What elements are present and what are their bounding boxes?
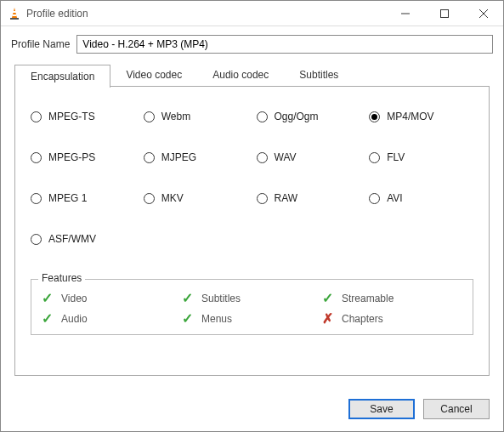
svg-rect-2 xyxy=(13,14,17,16)
features-legend: Features xyxy=(38,272,85,284)
feature-label: Audio xyxy=(61,313,88,325)
feature-label: Streamable xyxy=(342,293,394,304)
radio-button-icon xyxy=(257,152,268,163)
cross-icon: ✗ xyxy=(322,312,333,326)
radio-label: RAW xyxy=(275,192,298,204)
radio-mpeg-1[interactable]: MPEG 1 xyxy=(31,192,135,204)
radio-webm[interactable]: Webm xyxy=(144,111,248,122)
radio-flv[interactable]: FLV xyxy=(369,151,473,163)
radio-label: MPEG 1 xyxy=(48,192,87,204)
check-icon: ✓ xyxy=(42,312,53,326)
tab-subtitles[interactable]: Subtitles xyxy=(284,64,354,87)
svg-rect-3 xyxy=(10,18,19,20)
radio-button-icon xyxy=(369,111,380,122)
radio-label: AVI xyxy=(387,192,402,204)
radio-label: MP4/MOV xyxy=(387,111,433,122)
profile-edition-window: Profile edition Profile Name Encapsulati… xyxy=(0,0,504,432)
radio-wav[interactable]: WAV xyxy=(257,151,361,163)
radio-label: MPEG-TS xyxy=(48,111,95,122)
feature-audio: ✓Audio xyxy=(42,312,182,326)
features-grid: ✓Video✓Subtitles✓Streamable✓Audio✓Menus✗… xyxy=(42,292,462,326)
radio-button-icon xyxy=(144,152,155,163)
title-left: Profile edition xyxy=(8,7,88,20)
tab-video-codec[interactable]: Video codec xyxy=(110,64,197,87)
radio-label: MPEG-PS xyxy=(48,151,95,163)
check-icon: ✓ xyxy=(182,292,193,305)
radio-avi[interactable]: AVI xyxy=(369,192,473,204)
save-button-label: Save xyxy=(370,403,393,415)
feature-label: Subtitles xyxy=(201,293,241,304)
feature-streamable: ✓Streamable xyxy=(322,292,462,305)
radio-button-icon xyxy=(369,193,380,204)
profile-name-row: Profile Name xyxy=(1,26,503,64)
feature-label: Chapters xyxy=(342,313,383,325)
window-title: Profile edition xyxy=(26,8,88,20)
tab-strip: EncapsulationVideo codecAudio codecSubti… xyxy=(14,64,490,87)
radio-label: Ogg/Ogm xyxy=(275,111,319,122)
vlc-cone-icon xyxy=(8,7,21,20)
feature-subtitles: ✓Subtitles xyxy=(182,292,322,305)
radio-label: MKV xyxy=(161,192,184,204)
cancel-button[interactable]: Cancel xyxy=(423,399,490,419)
titlebar: Profile edition xyxy=(1,1,503,26)
radio-label: WAV xyxy=(275,151,297,163)
radio-raw[interactable]: RAW xyxy=(257,192,361,204)
radio-button-icon xyxy=(31,152,42,163)
radio-label: Webm xyxy=(161,111,190,122)
radio-label: FLV xyxy=(387,151,405,163)
save-button[interactable]: Save xyxy=(348,399,415,419)
feature-menus: ✓Menus xyxy=(182,312,322,326)
radio-asf-wmv[interactable]: ASF/WMV xyxy=(31,233,135,245)
radio-button-icon xyxy=(31,234,42,245)
profile-name-input[interactable] xyxy=(76,35,493,54)
radio-button-icon xyxy=(257,111,268,122)
window-controls xyxy=(386,1,503,26)
radio-mp4-mov[interactable]: MP4/MOV xyxy=(369,111,473,122)
maximize-button[interactable] xyxy=(425,1,464,26)
encapsulation-radio-grid: MPEG-TSWebmOgg/OgmMP4/MOVMPEG-PSMJPEGWAV… xyxy=(31,111,473,245)
radio-label: ASF/WMV xyxy=(48,233,96,245)
svg-rect-5 xyxy=(441,9,449,17)
cancel-button-label: Cancel xyxy=(440,403,472,415)
tab-area: EncapsulationVideo codecAudio codecSubti… xyxy=(14,64,490,376)
feature-label: Video xyxy=(61,293,87,304)
radio-button-icon xyxy=(257,193,268,204)
close-button[interactable] xyxy=(464,1,503,26)
radio-button-icon xyxy=(369,152,380,163)
features-box: Features ✓Video✓Subtitles✓Streamable✓Aud… xyxy=(31,279,473,335)
radio-mpeg-ps[interactable]: MPEG-PS xyxy=(31,151,135,163)
radio-mjpeg[interactable]: MJPEG xyxy=(144,151,248,163)
minimize-button[interactable] xyxy=(386,1,425,26)
feature-label: Menus xyxy=(201,313,232,325)
feature-video: ✓Video xyxy=(42,292,182,305)
tab-encapsulation[interactable]: Encapsulation xyxy=(14,65,110,88)
radio-mkv[interactable]: MKV xyxy=(144,192,248,204)
check-icon: ✓ xyxy=(182,312,193,326)
radio-ogg-ogm[interactable]: Ogg/Ogm xyxy=(257,111,361,122)
check-icon: ✓ xyxy=(42,292,53,305)
svg-rect-1 xyxy=(13,11,16,13)
profile-name-label: Profile Name xyxy=(11,38,70,50)
encapsulation-panel: MPEG-TSWebmOgg/OgmMP4/MOVMPEG-PSMJPEGWAV… xyxy=(14,87,490,376)
radio-button-icon xyxy=(144,193,155,204)
check-icon: ✓ xyxy=(322,292,333,305)
radio-button-icon xyxy=(31,193,42,204)
radio-label: MJPEG xyxy=(161,151,196,163)
tab-audio-codec[interactable]: Audio codec xyxy=(197,64,284,87)
feature-chapters: ✗Chapters xyxy=(322,312,462,326)
tabs-spacer xyxy=(354,64,490,87)
radio-button-icon xyxy=(144,111,155,122)
radio-button-icon xyxy=(31,111,42,122)
dialog-button-row: Save Cancel xyxy=(1,390,503,431)
radio-mpeg-ts[interactable]: MPEG-TS xyxy=(31,111,135,122)
